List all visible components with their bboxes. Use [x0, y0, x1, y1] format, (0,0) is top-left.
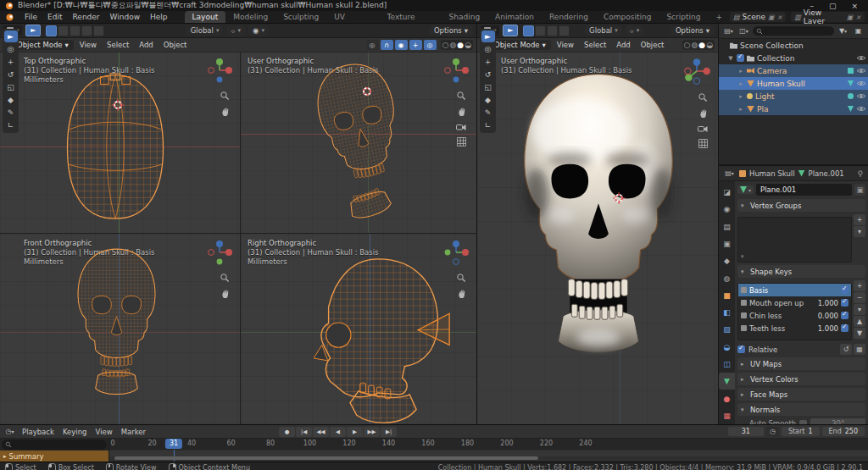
mode-button-4[interactable] [559, 25, 570, 36]
shape-key-button[interactable]: − [854, 292, 865, 303]
expand-arrow-icon[interactable]: ▸ [737, 80, 744, 87]
tool-button[interactable]: + [481, 56, 495, 68]
pan-hand-icon[interactable] [457, 107, 466, 117]
mode-button-4[interactable] [81, 25, 92, 36]
transport-button[interactable]: ● [279, 427, 295, 437]
tool-button[interactable]: ► [4, 30, 18, 42]
new-view-layer-button[interactable]: ▣ [847, 14, 854, 21]
zoom-icon[interactable] [220, 91, 230, 101]
tool-button[interactable]: ↺ [4, 69, 18, 80]
viewport-top-orthographic[interactable]: Top Orthographic (31) Collection | Human… [0, 52, 240, 233]
outliner-object-row[interactable]: ▸ Pla [719, 102, 868, 115]
shape-key-button[interactable]: ▼ [854, 328, 865, 339]
menubar-item[interactable]: Render [68, 13, 105, 21]
options-dropdown[interactable]: Options▾ [429, 25, 473, 36]
mode-button-3[interactable] [547, 25, 558, 36]
skull-rendered-preview[interactable] [498, 62, 699, 417]
header-icon[interactable]: ◎ [366, 40, 379, 50]
select-menu[interactable]: Select [580, 41, 610, 49]
zoom-icon[interactable] [456, 273, 466, 283]
auto-keying-toggle-icon[interactable]: ◷ [766, 427, 779, 437]
tool-button[interactable]: ◎ [4, 43, 18, 55]
navigation-gizmo-icon[interactable] [442, 239, 470, 266]
mode-button-2[interactable] [58, 25, 69, 36]
shape-key-row[interactable]: Chin less 0.000 [738, 309, 851, 322]
timeline-menu-item[interactable]: Playback [18, 428, 58, 436]
vertex-group-button[interactable]: ▾ [854, 226, 865, 237]
add-menu[interactable]: Add [135, 41, 157, 49]
expand-arrow-icon[interactable]: ▸ [737, 106, 744, 113]
tool-button[interactable]: ✎ [481, 107, 495, 119]
timeline-horizontal-scrollbar[interactable] [114, 456, 538, 460]
tool-button[interactable]: ► [481, 30, 495, 42]
shading-mode-button[interactable]: ○ [684, 41, 691, 49]
timeline-menu-item[interactable]: Marker [117, 428, 150, 436]
workspace-tab[interactable]: Animation [487, 11, 542, 23]
transform-orientation-dropdown[interactable]: Global▾ [186, 25, 224, 36]
transport-button[interactable]: |◀ [296, 427, 312, 437]
outliner-object-row[interactable]: ▸ Camera [719, 64, 868, 77]
properties-tab[interactable]: ▣ [719, 235, 735, 252]
collapsed-panel[interactable]: ▸Vertex Colors [737, 373, 865, 385]
workspace-tab[interactable]: + [708, 11, 730, 23]
auto-smooth-angle-field[interactable]: 30° [810, 418, 865, 424]
tool-button[interactable]: ✎ [4, 107, 18, 119]
active-tool-icon[interactable]: ► [503, 25, 518, 36]
pan-hand-icon[interactable] [220, 289, 230, 299]
grid-toggle-icon[interactable] [698, 139, 708, 148]
tool-button[interactable]: ◱ [4, 81, 18, 93]
breadcrumb-data[interactable]: Plane.001 [809, 169, 844, 178]
blender-app-menu-button[interactable] [0, 14, 19, 21]
active-tool-icon[interactable]: ► [25, 25, 41, 36]
snapping-dropdown[interactable]: ⌔▾ [226, 25, 245, 36]
transport-button[interactable]: ◀◀ [313, 427, 329, 437]
filter-dropdown[interactable]: ▼▾ [837, 26, 849, 36]
menubar-item[interactable]: File [19, 13, 42, 21]
tool-button[interactable]: ◆ [481, 94, 495, 106]
shape-key-mute-checkbox[interactable] [841, 299, 849, 307]
object-menu[interactable]: Object [159, 41, 192, 49]
tool-button[interactable]: ∟ [481, 119, 495, 131]
workspace-tab[interactable]: Modeling [225, 11, 275, 23]
timeline-menu-item[interactable]: Keying [58, 428, 92, 436]
hide-in-viewport-icon[interactable] [856, 67, 866, 75]
mode-button-object[interactable] [523, 25, 534, 36]
remove-view-layer-button[interactable]: × [855, 14, 861, 21]
skull-wireframe-side-view[interactable] [276, 252, 459, 424]
viewport-user-orthographic[interactable]: User Orthographic (31) Collection | Huma… [241, 52, 476, 233]
mesh-datablock-icon[interactable]: ▾ [737, 185, 754, 194]
outliner-display-mode-dropdown[interactable]: ▤▾ [722, 26, 735, 36]
pan-hand-icon[interactable] [457, 289, 466, 299]
properties-tab[interactable]: ◪ [719, 184, 735, 201]
skull-wireframe-front-view[interactable] [38, 246, 195, 424]
view-menu[interactable]: View [75, 41, 101, 49]
outliner-row-scene-collection[interactable]: Scene Collection [719, 39, 868, 52]
outliner-object-row[interactable]: ▸ Human Skull [719, 77, 868, 90]
tool-button[interactable]: ∟ [4, 119, 18, 131]
header-icon[interactable]: ◉ [395, 40, 408, 50]
select-menu[interactable]: Select [103, 41, 133, 49]
properties-tab[interactable]: ■ [719, 287, 735, 304]
camera-view-icon[interactable] [698, 124, 708, 133]
header-icon[interactable]: ◎ [424, 40, 437, 50]
relative-checkbox[interactable] [737, 346, 745, 353]
breadcrumb-object[interactable]: Human Skull [749, 169, 795, 178]
object-menu[interactable]: Object [637, 41, 669, 49]
expand-arrow-icon[interactable]: ▸ [3, 453, 7, 460]
shape-key-edit-mode-button[interactable]: ↺ [840, 344, 852, 355]
viewport-main-user-orthographic[interactable]: User Orthographic (31) Collection | Huma… [477, 52, 718, 424]
mode-button-object[interactable] [46, 25, 57, 36]
navigation-gizmo-icon[interactable] [442, 57, 470, 84]
properties-tab[interactable]: ▨ [719, 321, 735, 338]
menubar-item[interactable]: Edit [42, 13, 67, 21]
properties-tab[interactable]: ▦ [719, 407, 735, 424]
header-icon[interactable]: ∩ [381, 40, 393, 50]
viewport-front-orthographic[interactable]: Front Orthographic (31) Collection | Hum… [0, 234, 240, 424]
transport-button[interactable]: ▶ [347, 427, 363, 437]
panel-shape-keys[interactable]: ▾Shape Keys [737, 265, 865, 278]
workspace-tab[interactable]: Sculpting [275, 11, 326, 23]
properties-tab[interactable]: ◉ [719, 201, 735, 218]
snapping-dropdown[interactable]: ⌔▾ [626, 25, 644, 36]
navigation-gizmo-icon[interactable] [682, 57, 711, 86]
shading-mode-button[interactable]: ◒ [465, 41, 471, 49]
